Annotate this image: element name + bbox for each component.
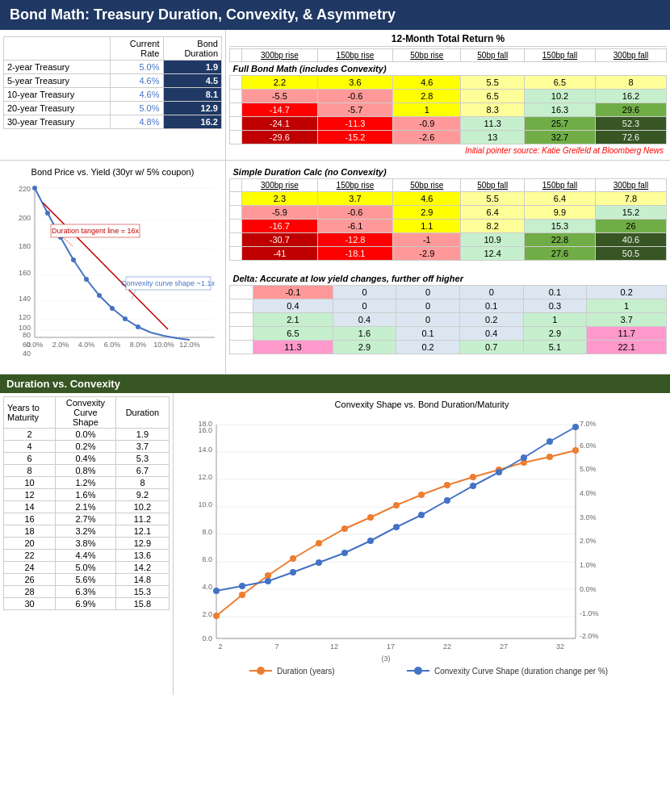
- chart1-title: Bond Price vs. Yield (30yr w/ 5% coupon): [6, 167, 219, 177]
- svg-text:8.0: 8.0: [202, 528, 212, 536]
- svg-text:80: 80: [23, 331, 31, 339]
- simple-cell: -0.6: [317, 206, 393, 220]
- delta-cell: 0: [396, 286, 460, 299]
- conv-duration: 12.1: [115, 525, 169, 538]
- conv-duration: 13.6: [115, 550, 169, 562]
- return-cell: -14.7: [242, 103, 318, 117]
- svg-text:220: 220: [19, 185, 31, 193]
- convexity-panel: Years toMaturity ConvexityCurveShape Dur…: [0, 393, 174, 695]
- delta-table: Delta: Accurate at low yield changes, fu…: [229, 272, 667, 354]
- conv-shape: 1.6%: [56, 489, 116, 501]
- return-cell: -5.7: [317, 103, 393, 117]
- simple-cell: 12.4: [461, 247, 525, 261]
- simple-cell: 9.9: [525, 206, 596, 220]
- conv-shape: 0.4%: [56, 453, 116, 465]
- convexity-row: 10 1.2% 8: [4, 477, 170, 489]
- svg-text:0.0: 0.0: [202, 634, 212, 642]
- delta-row: -0.10000.10.2: [230, 286, 667, 299]
- svg-text:Duration (years): Duration (years): [277, 667, 335, 676]
- svg-point-27: [45, 211, 50, 216]
- simple-delta-panel: Simple Duration Calc (no Convexity)300bp…: [226, 161, 670, 374]
- delta-cell: 0.2: [396, 341, 460, 354]
- full-bond-row: -5.5-0.62.86.510.216.2: [230, 90, 667, 103]
- simple-label: Simple Duration Calc (no Convexity): [230, 165, 667, 179]
- delta-cell: 0.7: [459, 341, 523, 354]
- return-col-header: 150bp fall: [525, 49, 596, 62]
- simple-cell: 27.6: [525, 247, 596, 261]
- simple-cell: 5.5: [461, 192, 525, 206]
- svg-point-89: [393, 502, 400, 509]
- full-bond-row: -14.7-5.718.316.329.6: [230, 103, 667, 117]
- delta-cell: 0.4: [459, 327, 523, 341]
- col-maturity: Years toMaturity: [4, 397, 56, 429]
- delta-cell: 0: [333, 286, 396, 299]
- return-cell: 5.5: [461, 76, 525, 90]
- conv-duration: 11.2: [115, 513, 169, 525]
- return-col-header: 300bp rise: [242, 49, 318, 62]
- simple-cell: 40.6: [595, 233, 666, 247]
- chart2-title: Convexity Shape vs. Bond Duration/Maturi…: [180, 400, 664, 409]
- delta-row: 11.32.90.20.75.122.1: [230, 341, 667, 354]
- svg-line-35: [43, 203, 168, 329]
- return-col-header: 300bp fall: [595, 49, 666, 62]
- simple-cell: 2.3: [242, 192, 318, 206]
- svg-text:1.0%: 1.0%: [580, 561, 597, 569]
- return-title: 12-Month Total Return %: [229, 33, 667, 47]
- simple-cell: -16.7: [242, 220, 318, 233]
- convexity-row: 24 5.0% 14.2: [4, 562, 170, 574]
- return-cell: 32.7: [525, 131, 596, 144]
- convexity-row: 28 6.3% 15.3: [4, 586, 170, 598]
- svg-point-90: [418, 492, 425, 498]
- svg-point-96: [572, 447, 579, 454]
- svg-text:160: 160: [19, 269, 31, 277]
- simple-cell: 6.4: [525, 192, 596, 206]
- delta-cell: 6.5: [253, 327, 333, 341]
- treasury-row: 2-year Treasury 5.0% 1.9: [4, 61, 222, 74]
- svg-point-29: [71, 257, 76, 262]
- section-header: Duration vs. Convexity: [0, 375, 670, 393]
- simple-col-header: 50bp rise: [393, 179, 461, 192]
- svg-text:27: 27: [500, 642, 508, 651]
- simple-cell: -12.8: [317, 233, 393, 247]
- simple-row: -16.7-6.11.18.215.326: [230, 220, 667, 233]
- svg-point-95: [546, 454, 553, 460]
- svg-point-91: [444, 482, 450, 488]
- conv-maturity: 26: [4, 574, 56, 586]
- return-col-header: 50bp fall: [461, 49, 525, 62]
- svg-point-110: [546, 438, 553, 445]
- return-cell: -0.9: [393, 117, 461, 131]
- svg-point-98: [239, 583, 245, 589]
- treasury-duration: 1.9: [163, 61, 222, 74]
- convexity-row: 18 3.2% 12.1: [4, 525, 170, 538]
- conv-duration: 15.8: [115, 598, 169, 610]
- return-cell: 1: [393, 103, 461, 117]
- return-cell: 3.6: [317, 76, 393, 90]
- svg-point-107: [470, 483, 476, 489]
- conv-shape: 0.8%: [56, 465, 116, 477]
- return-cell: -11.3: [317, 117, 393, 131]
- return-cell: 11.3: [461, 117, 525, 131]
- svg-text:32: 32: [556, 642, 564, 651]
- return-cell: -29.6: [242, 131, 318, 144]
- page-title: Bond Math: Treasury Duration, Convexity,…: [0, 0, 670, 30]
- simple-col-header: 150bp fall: [525, 179, 596, 192]
- delta-cell: 2.1: [253, 313, 333, 327]
- simple-cell: 1.1: [393, 220, 461, 233]
- return-cell: 25.7: [525, 117, 596, 131]
- return-cell: 4.6: [393, 76, 461, 90]
- conv-maturity: 22: [4, 550, 56, 562]
- conv-shape: 5.6%: [56, 574, 116, 586]
- convexity-table: Years toMaturity ConvexityCurveShape Dur…: [3, 396, 170, 610]
- col-duration-header: BondDuration: [163, 37, 222, 61]
- conv-duration: 14.8: [115, 574, 169, 586]
- simple-col-header: 300bp fall: [595, 179, 666, 192]
- delta-cell: 1: [523, 313, 587, 327]
- svg-text:140: 140: [19, 295, 31, 303]
- treasury-row: 10-year Treasury 4.6% 8.1: [4, 88, 222, 102]
- return-col-header: 150bp rise: [317, 49, 393, 62]
- svg-text:17: 17: [387, 642, 395, 651]
- svg-point-26: [32, 186, 37, 190]
- simple-col-header: 50bp fall: [461, 179, 525, 192]
- treasury-rate: 4.6%: [111, 88, 163, 102]
- simple-row: -41-18.1-2.912.427.650.5: [230, 247, 667, 261]
